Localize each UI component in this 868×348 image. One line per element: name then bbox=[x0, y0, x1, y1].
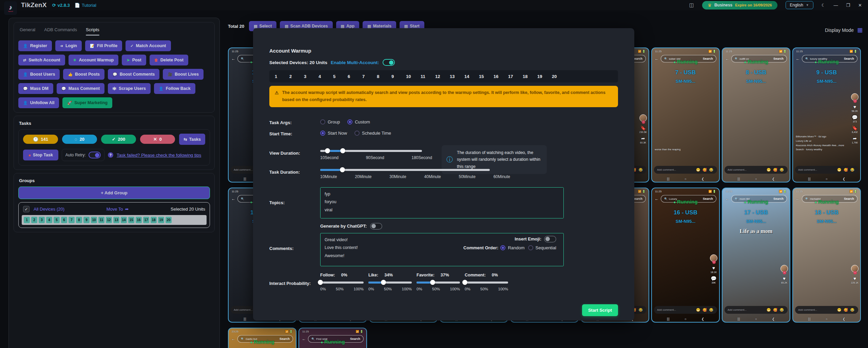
device-chip-3[interactable]: 3 bbox=[39, 217, 45, 223]
device-chip-13[interactable]: 13 bbox=[113, 217, 119, 223]
script-button-boost-users[interactable]: 👤Boost Users bbox=[18, 69, 60, 80]
script-button-boost-posts[interactable]: 👍Boost Posts bbox=[63, 69, 104, 80]
version-link[interactable]: ⟳v2.8.3 bbox=[52, 3, 70, 8]
comment-icon[interactable]: 💬 bbox=[852, 115, 857, 120]
device-chip-18[interactable]: 18 bbox=[151, 217, 157, 223]
comment-bar[interactable]: Add comment...😁 🥰 😂 bbox=[795, 306, 858, 314]
start-time-option-schedule-time[interactable]: Schedule Time bbox=[354, 131, 391, 136]
phone-device-16[interactable]: 11:25📶 🔋←🔍LuxurySearch● Running16 - USBS… bbox=[651, 188, 720, 323]
task-args-option-custom[interactable]: Custom bbox=[347, 119, 370, 124]
script-button-match-account[interactable]: ✓Match Account bbox=[126, 40, 171, 51]
probability-slider[interactable] bbox=[465, 282, 508, 284]
modal-device-17[interactable]: 17 bbox=[508, 74, 523, 79]
script-button-super-marketing[interactable]: 🚀Super Marketing bbox=[62, 97, 112, 108]
slider-thumb[interactable] bbox=[462, 280, 467, 285]
modal-device-6[interactable]: 6 bbox=[348, 74, 362, 79]
group-name[interactable]: All Devices (20) bbox=[34, 207, 64, 212]
comment-bar[interactable]: Add comment...😁 🥰 😂 bbox=[654, 166, 717, 174]
task-failed-tips-link[interactable]: Task failed? Please check the following … bbox=[117, 153, 201, 158]
script-button-delete-post[interactable]: 🗑Delete Post bbox=[150, 55, 188, 65]
phone-device-8[interactable]: 11:25📶 🔋←🔍outfit coSearch● Running8 - US… bbox=[722, 47, 790, 182]
device-chip-19[interactable]: 19 bbox=[158, 217, 164, 223]
group-checkbox[interactable]: ✓ bbox=[23, 206, 30, 212]
save-icon[interactable]: 🔖 bbox=[852, 125, 857, 131]
phone-device-17[interactable]: 11:25📶 🔋←🔍mom tiktSearch● Running17 - US… bbox=[722, 188, 790, 323]
tab-scripts[interactable]: Scripts bbox=[86, 27, 99, 36]
modal-device-2[interactable]: 2 bbox=[289, 74, 304, 79]
probability-slider[interactable] bbox=[320, 282, 364, 284]
slider-thumb[interactable] bbox=[430, 280, 435, 285]
tutorial-link[interactable]: 📄Tutorial bbox=[75, 3, 96, 8]
modal-device-1[interactable]: 1 bbox=[275, 74, 289, 79]
slider-thumb[interactable] bbox=[318, 280, 323, 285]
license-badge[interactable]: ♛ Business Expire on 16/09/2026 bbox=[702, 1, 777, 9]
comment-bar[interactable]: Add comment...😁 🥰 😂 bbox=[795, 166, 858, 174]
script-button-unfollow-all[interactable]: 👤Unfollow All bbox=[18, 97, 59, 108]
modal-device-14[interactable]: 14 bbox=[464, 74, 479, 79]
phone-device-9[interactable]: 11:25📶 🔋←🔍luxury wealthySearch● Running9… bbox=[792, 47, 861, 182]
theme-moon-icon[interactable]: ☾ bbox=[822, 3, 826, 8]
share-icon[interactable]: ➦ bbox=[641, 136, 645, 141]
modal-device-5[interactable]: 5 bbox=[333, 74, 348, 79]
comment-bar[interactable]: Add comment...😁 🥰 😂 bbox=[725, 306, 788, 314]
restore-button[interactable]: ❐ bbox=[846, 3, 850, 8]
close-button[interactable]: ✕ bbox=[858, 3, 862, 8]
modal-device-16[interactable]: 16 bbox=[494, 74, 508, 79]
device-chip-20[interactable]: 20 bbox=[166, 217, 172, 223]
insert-emoji-toggle[interactable] bbox=[544, 236, 556, 243]
modal-device-20[interactable]: 20 bbox=[552, 74, 566, 79]
phone-device-7[interactable]: 11:25📶 🔋←🔍sober sistSearch● Running7 - U… bbox=[651, 47, 720, 182]
slider-thumb[interactable] bbox=[325, 148, 330, 153]
toggle-panel-icon[interactable]: ◫ bbox=[689, 2, 694, 8]
device-chip-15[interactable]: 15 bbox=[128, 217, 134, 223]
view-duration-slider[interactable] bbox=[320, 150, 422, 152]
device-chip-5[interactable]: 5 bbox=[54, 217, 60, 223]
avatar[interactable] bbox=[851, 265, 859, 272]
device-chip-17[interactable]: 17 bbox=[143, 217, 149, 223]
comment-order-option-random[interactable]: Random bbox=[500, 245, 524, 250]
tab-adb-commands[interactable]: ADB Commands bbox=[44, 27, 77, 36]
device-chip-6[interactable]: 6 bbox=[61, 217, 67, 223]
avatar[interactable] bbox=[851, 93, 859, 101]
modal-device-8[interactable]: 8 bbox=[377, 74, 391, 79]
task-duration-slider[interactable] bbox=[320, 169, 490, 171]
avatar[interactable] bbox=[639, 114, 647, 122]
script-button-boost-comments[interactable]: 💬Boost Comments bbox=[108, 69, 159, 80]
script-button-mass-comment[interactable]: 💬Mass Comment bbox=[57, 83, 104, 94]
comment-order-option-sequential[interactable]: Sequential bbox=[528, 245, 556, 250]
move-to-button[interactable]: Move To ➦ bbox=[107, 207, 129, 212]
comment-icon[interactable]: 💬 bbox=[711, 276, 716, 281]
comment-bar[interactable]: Add comment...😁 🥰 😂 bbox=[654, 306, 717, 314]
script-button-account-warmup[interactable]: ☀Account Warmup bbox=[69, 55, 119, 65]
tab-general[interactable]: General bbox=[20, 27, 35, 36]
modal-device-19[interactable]: 19 bbox=[537, 74, 552, 79]
modal-device-13[interactable]: 13 bbox=[450, 74, 464, 79]
minimize-button[interactable]: — bbox=[833, 3, 838, 8]
share-icon[interactable]: ➦ bbox=[853, 136, 857, 141]
display-mode[interactable]: Display Mode ▦ bbox=[825, 26, 863, 34]
phone-device-18[interactable]: 11:25📶 🔋←🔍HerbalistSearch● Running18 - U… bbox=[792, 188, 861, 323]
script-button-post[interactable]: ➤Post bbox=[122, 55, 146, 65]
modal-device-3[interactable]: 3 bbox=[304, 74, 319, 79]
device-chip-7[interactable]: 7 bbox=[69, 217, 75, 223]
modal-device-10[interactable]: 10 bbox=[406, 74, 421, 79]
device-chip-4[interactable]: 4 bbox=[46, 217, 52, 223]
like-icon[interactable]: ♥ bbox=[783, 276, 786, 281]
device-chip-10[interactable]: 10 bbox=[91, 217, 97, 223]
phone-device-19[interactable]: 23:25📶 🔋←🔍Garlic butSearch● Running19 - … bbox=[228, 328, 296, 348]
modal-device-9[interactable]: 9 bbox=[391, 74, 406, 79]
modal-device-4[interactable]: 4 bbox=[319, 74, 333, 79]
tasks-button[interactable]: ⇆Tasks bbox=[179, 134, 205, 145]
save-icon[interactable]: 🔖 bbox=[640, 125, 646, 131]
device-chip-8[interactable]: 8 bbox=[76, 217, 82, 223]
start-time-option-start-now[interactable]: Start Now bbox=[320, 131, 347, 136]
slider-thumb[interactable] bbox=[381, 280, 386, 285]
device-chip-9[interactable]: 9 bbox=[83, 217, 90, 223]
like-icon[interactable]: ♥ bbox=[853, 104, 856, 110]
script-button-boost-lives[interactable]: 🎥Boost Lives bbox=[163, 69, 204, 80]
script-button-follow-back[interactable]: 👤Follow Back bbox=[154, 83, 195, 94]
device-chip-2[interactable]: 2 bbox=[31, 217, 37, 223]
comment-bar[interactable]: Add comment...😁 🥰 😂 bbox=[725, 166, 788, 174]
add-group-button[interactable]: + Add Group bbox=[18, 187, 210, 199]
device-chip-16[interactable]: 16 bbox=[136, 217, 142, 223]
